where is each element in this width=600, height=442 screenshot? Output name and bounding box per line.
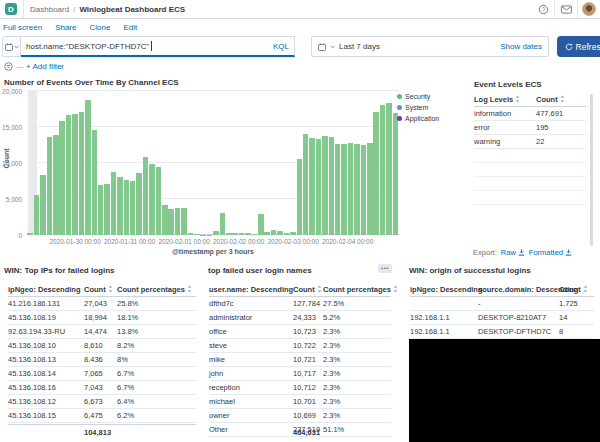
table-cell[interactable]: error: [474, 123, 536, 132]
table-cell[interactable]: 25.8%: [117, 299, 196, 308]
table-cell[interactable]: 192.168.1.1: [410, 313, 478, 322]
table-cell[interactable]: DESKTOP-DFTHD7C: [478, 327, 559, 336]
space-avatar[interactable]: D: [5, 3, 17, 15]
chart-bar[interactable]: [136, 173, 142, 235]
chart-bar[interactable]: [271, 230, 277, 235]
legend-item[interactable]: System: [397, 104, 439, 111]
chart-bar[interactable]: [117, 177, 123, 235]
column-header[interactable]: Count: [293, 285, 323, 294]
table-cell[interactable]: 10,699: [293, 411, 323, 420]
table-cell[interactable]: 24,333: [293, 313, 323, 322]
chart-bar[interactable]: [34, 195, 40, 235]
table-cell[interactable]: 10,723: [293, 327, 323, 336]
table-cell[interactable]: 45.136.108.15: [8, 411, 84, 420]
column-header[interactable]: ipNgeo: Descending: [410, 285, 478, 294]
chart-bar[interactable]: [213, 231, 219, 235]
chart-bar[interactable]: [92, 130, 98, 235]
column-header[interactable]: Count: [536, 95, 586, 104]
table-cell[interactable]: 92.63.194.33-RU: [8, 327, 84, 336]
table-cell[interactable]: 7,065: [84, 369, 117, 378]
table-cell[interactable]: 10,712: [293, 383, 323, 392]
table-row[interactable]: dfthd7c127,78427.5%: [209, 297, 391, 311]
table-cell[interactable]: 6.4%: [117, 397, 196, 406]
chart-bar[interactable]: [393, 113, 399, 235]
chart-bar[interactable]: [380, 105, 386, 235]
share-link[interactable]: Share: [55, 23, 76, 32]
table-cell[interactable]: 6,475: [84, 411, 117, 420]
panel-title[interactable]: WIN: Top IPs for failed logins: [4, 266, 115, 275]
table-cell[interactable]: 477,691: [536, 109, 586, 118]
chart-bar[interactable]: [59, 121, 65, 235]
table-row[interactable]: 192.168.1.1DESKTOP-8210AT714: [410, 311, 594, 325]
table-cell[interactable]: 2.3%: [323, 397, 391, 406]
chart-bar[interactable]: [149, 164, 155, 235]
chart-bar[interactable]: [85, 100, 91, 235]
table-cell[interactable]: 6.7%: [117, 369, 196, 378]
chart-bar[interactable]: [66, 115, 72, 235]
table-row[interactable]: warning22: [474, 135, 586, 149]
table-row[interactable]: office10,7232.3%: [209, 325, 391, 339]
refresh-button[interactable]: Refresh: [557, 36, 600, 57]
table-cell[interactable]: 14: [559, 313, 594, 322]
chart-bar[interactable]: [309, 138, 315, 235]
chart-bar[interactable]: [168, 209, 174, 235]
table-cell[interactable]: 10,722: [293, 341, 323, 350]
chart-bar[interactable]: [264, 232, 270, 235]
table-cell[interactable]: 45.136.108.10: [8, 341, 84, 350]
table-row[interactable]: 45.136.108.126,6736.4%: [8, 395, 196, 409]
table-cell[interactable]: 45.136.108.14: [8, 369, 84, 378]
table-cell[interactable]: 195: [536, 123, 586, 132]
chart-bar[interactable]: [111, 172, 117, 235]
table-row[interactable]: administrator24,3335.2%: [209, 311, 391, 325]
table-cell[interactable]: 8.2%: [117, 341, 196, 350]
chart-bar[interactable]: [373, 112, 379, 235]
table-cell[interactable]: 45.136.108.12: [8, 397, 84, 406]
chart-bar[interactable]: [303, 134, 309, 235]
table-row[interactable]: 45.136.108.147,0656.7%: [8, 367, 196, 381]
chart-bar[interactable]: [156, 167, 162, 235]
column-header[interactable]: source.domain: Descending: [478, 285, 559, 294]
chart-bar[interactable]: [329, 137, 335, 235]
column-header[interactable]: Count percentages: [323, 285, 398, 294]
chart-bar[interactable]: [194, 234, 200, 235]
chart-bar[interactable]: [386, 103, 392, 235]
table-cell[interactable]: 45.136.108.19: [8, 313, 84, 322]
table-row[interactable]: 45.136.108.108,6108.2%: [8, 339, 196, 353]
table-row[interactable]: steve10,7222.3%: [209, 339, 391, 353]
chart-bar[interactable]: [104, 184, 110, 235]
help-icon[interactable]: ?: [532, 0, 554, 18]
column-header[interactable]: Count percentages: [117, 285, 196, 294]
table-cell[interactable]: warning: [474, 137, 536, 146]
table-cell[interactable]: -: [478, 299, 559, 308]
table-cell[interactable]: 8,610: [84, 341, 117, 350]
table-cell[interactable]: 18.1%: [117, 313, 196, 322]
table-cell[interactable]: information: [474, 109, 536, 118]
table-cell[interactable]: 6.2%: [117, 411, 196, 420]
chart-bar[interactable]: [341, 144, 347, 235]
chart-bar[interactable]: [367, 143, 373, 235]
table-row[interactable]: reception10,7122.3%: [209, 381, 391, 395]
table-row[interactable]: 92.63.194.33-RU14,47413.8%: [8, 325, 196, 339]
table-row[interactable]: michael10,7012.3%: [209, 395, 391, 409]
column-header[interactable]: user.name: Descending: [209, 285, 293, 294]
table-cell[interactable]: steve: [209, 341, 293, 350]
panel-options-button[interactable]: •••: [378, 264, 392, 273]
newsfeed-icon[interactable]: [555, 0, 577, 18]
date-picker[interactable]: Last 7 days Show dates: [311, 36, 549, 57]
chart-bar[interactable]: [175, 208, 181, 235]
legend-item[interactable]: Security: [397, 93, 439, 100]
table-cell[interactable]: 8,436: [84, 355, 117, 364]
table-cell[interactable]: 10,717: [293, 369, 323, 378]
edit-link[interactable]: Edit: [123, 23, 137, 32]
chart-bar[interactable]: [143, 157, 149, 235]
chart-bar[interactable]: [284, 233, 290, 235]
chart-bar[interactable]: [72, 114, 78, 235]
chart-bar[interactable]: [290, 232, 296, 235]
column-header[interactable]: Count: [84, 285, 117, 294]
chart-bar[interactable]: [188, 233, 194, 235]
chart-bar[interactable]: [277, 231, 283, 235]
chart-bar[interactable]: [53, 135, 59, 235]
chart-bar[interactable]: [79, 112, 85, 235]
query-language-button[interactable]: KQL: [273, 42, 289, 51]
clone-link[interactable]: Clone: [89, 23, 110, 32]
